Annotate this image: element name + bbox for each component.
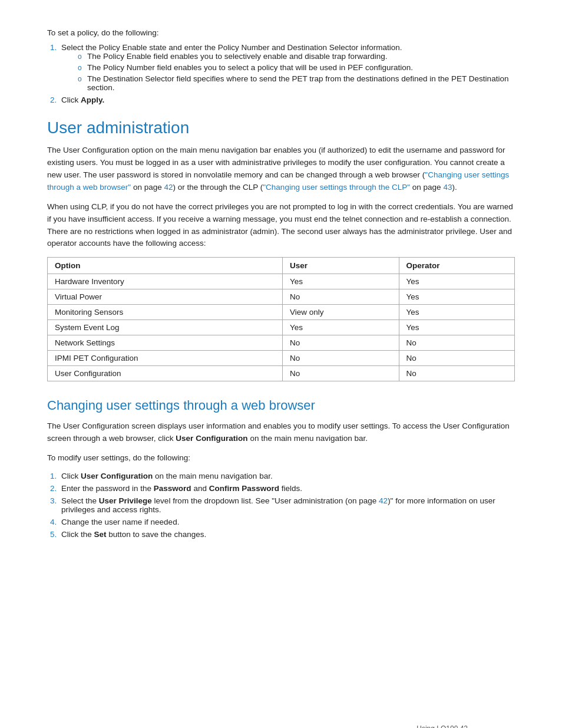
- table-row: Virtual Power No Yes: [48, 289, 515, 305]
- cell-option: Network Settings: [48, 335, 283, 351]
- table-row: System Event Log Yes Yes: [48, 320, 515, 335]
- cell-option: System Event Log: [48, 320, 283, 335]
- col-header-user: User: [282, 258, 399, 274]
- user-admin-para1-mid: ) or the through the CLP (: [173, 183, 263, 192]
- cell-user: Yes: [282, 274, 399, 289]
- cell-user: No: [282, 335, 399, 351]
- table-row: Network Settings No No: [48, 335, 515, 351]
- user-admin-para2: When using CLP, if you do not have the c…: [47, 201, 515, 251]
- intro-step-2-text: Click Apply.: [61, 95, 104, 104]
- user-admin-para1-page1: on page: [131, 183, 164, 192]
- cell-option: Hardware Inventory: [48, 274, 283, 289]
- cell-option: Virtual Power: [48, 289, 283, 305]
- changing-web-para1: The User Configuration screen displays u…: [47, 420, 515, 445]
- step5-text: Click the Set button to save the changes…: [61, 530, 206, 539]
- link-page-42[interactable]: 42: [164, 183, 173, 192]
- step4-text: Change the user name if needed.: [61, 518, 179, 526]
- page-wrapper: To set a policy, do the following: Selec…: [47, 28, 515, 728]
- changing-web-step-4: Change the user name if needed.: [59, 518, 515, 526]
- cell-operator: No: [399, 366, 514, 381]
- cell-operator: No: [399, 335, 514, 351]
- changing-web-para1-bold: User Configuration: [176, 434, 247, 443]
- step1-text: Click User Configuration on the main men…: [61, 472, 273, 480]
- access-table: Option User Operator Hardware Inventory …: [47, 257, 515, 381]
- cell-user: Yes: [282, 320, 399, 335]
- cell-operator: Yes: [399, 289, 514, 305]
- changing-web-step-2: Enter the password in the Password and C…: [59, 484, 515, 493]
- intro-step-1: Select the Policy Enable state and enter…: [59, 43, 515, 92]
- cell-user: No: [282, 289, 399, 305]
- changing-web-para2: To modify user settings, do the followin…: [47, 452, 515, 465]
- intro-bullets: The Policy Enable field enables you to s…: [78, 52, 515, 92]
- user-admin-para1-page2: on page: [410, 183, 443, 192]
- cell-operator: No: [399, 351, 514, 366]
- cell-option: Monitoring Sensors: [48, 305, 283, 320]
- cell-operator: Yes: [399, 274, 514, 289]
- cell-option: User Configuration: [48, 366, 283, 381]
- cell-operator: Yes: [399, 320, 514, 335]
- changing-web-title: Changing user settings through a web bro…: [47, 398, 515, 413]
- cell-user: No: [282, 351, 399, 366]
- changing-web-steps: Click User Configuration on the main men…: [59, 472, 515, 539]
- col-header-option: Option: [48, 258, 283, 274]
- changing-web-para1-end: on the main menu navigation bar.: [248, 434, 368, 443]
- intro-bullet-1: The Policy Enable field enables you to s…: [78, 52, 515, 61]
- table-row: User Configuration No No: [48, 366, 515, 381]
- cell-operator: Yes: [399, 305, 514, 320]
- footer-text: Using LO100 42: [416, 724, 468, 728]
- intro-steps-list: Select the Policy Enable state and enter…: [59, 43, 515, 104]
- table-row: Hardware Inventory Yes Yes: [48, 274, 515, 289]
- table-header-row: Option User Operator: [48, 258, 515, 274]
- link-page-42-step3[interactable]: 42: [379, 496, 388, 505]
- intro-bullet-2: The Policy Number field enables you to s…: [78, 63, 515, 72]
- table-body: Hardware Inventory Yes Yes Virtual Power…: [48, 274, 515, 381]
- table-row: Monitoring Sensors View only Yes: [48, 305, 515, 320]
- user-admin-title: User administration: [47, 118, 515, 137]
- cell-user: No: [282, 366, 399, 381]
- user-admin-para1: The User Configuration option on the mai…: [47, 144, 515, 194]
- link-page-43[interactable]: 43: [443, 183, 452, 192]
- intro-step-2: Click Apply.: [59, 95, 515, 104]
- cell-option: IPMI PET Configuration: [48, 351, 283, 366]
- intro-set-policy: To set a policy, do the following:: [47, 28, 515, 37]
- col-header-operator: Operator: [399, 258, 514, 274]
- intro-step-1-text: Select the Policy Enable state and enter…: [61, 43, 402, 52]
- intro-bullet-3: The Destination Selector field specifies…: [78, 74, 515, 92]
- table-row: IPMI PET Configuration No No: [48, 351, 515, 366]
- user-admin-para1-end: ).: [452, 183, 457, 192]
- page-footer: Using LO100 42: [416, 724, 468, 728]
- changing-web-step-3: Select the User Privilege level from the…: [59, 496, 515, 514]
- changing-web-step-5: Click the Set button to save the changes…: [59, 530, 515, 539]
- changing-web-step-1: Click User Configuration on the main men…: [59, 472, 515, 480]
- cell-user: View only: [282, 305, 399, 320]
- link-clp[interactable]: "Changing user settings through the CLP": [263, 183, 410, 192]
- step3-text: Select the User Privilege level from the…: [61, 496, 495, 514]
- step2-text: Enter the password in the Password and C…: [61, 484, 302, 493]
